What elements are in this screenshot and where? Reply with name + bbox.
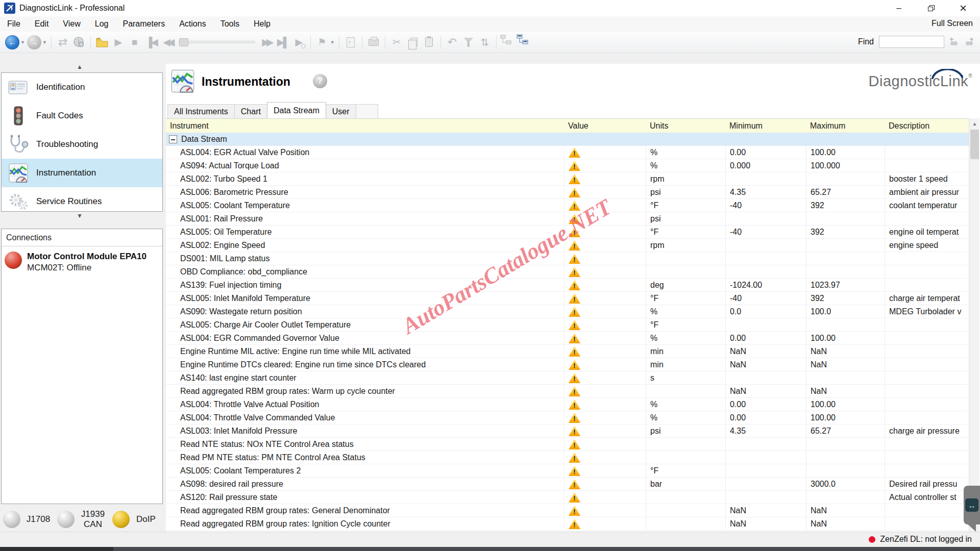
description-cell <box>885 252 967 265</box>
paste-icon[interactable] <box>422 34 437 51</box>
table-row[interactable]: Engine Runtime DTCs cleared: Engine run … <box>166 358 969 371</box>
column-header-description[interactable]: Description <box>885 119 969 133</box>
tab-user[interactable]: User <box>326 104 356 118</box>
table-row[interactable]: AS094: Actual Torque Load!%0.000100.000 <box>166 159 969 172</box>
table-row[interactable]: ASL005: Oil Temperature!°F-40392engine o… <box>166 226 969 239</box>
menu-edit[interactable]: Edit <box>28 17 56 31</box>
vertical-scrollbar[interactable]: ▲ ▼ <box>969 118 979 532</box>
table-row[interactable]: AS140: last engine start counter!s <box>166 371 969 385</box>
table-row[interactable]: ASL002: Engine Speed!rpmengine speed <box>166 239 969 252</box>
table-row[interactable]: ASL004: EGR Actual Valve Position!%0.001… <box>166 146 969 159</box>
table-row[interactable]: Read aggregated RBM group rates: Warm up… <box>166 385 969 398</box>
column-header-units[interactable]: Units <box>646 119 725 133</box>
playback-slider[interactable] <box>179 41 255 43</box>
menu-log[interactable]: Log <box>88 17 116 31</box>
stop-at-time-icon[interactable]: ▶ <box>291 34 307 51</box>
full-screen-button[interactable]: Full Screen <box>932 19 973 28</box>
table-row[interactable]: ASL004: EGR Commanded Governor Value!%0.… <box>166 332 969 345</box>
find-input[interactable] <box>879 36 944 48</box>
table-row[interactable]: Engine Runtime MIL active: Engine run ti… <box>166 345 969 358</box>
table-row[interactable]: AS098: desired rail pressure!bar3000.0De… <box>166 478 969 491</box>
table-row[interactable]: AS139: Fuel injection timing!deg-1024.00… <box>166 279 969 292</box>
scrollbar-thumb[interactable] <box>970 130 979 159</box>
skip-end-icon[interactable]: ▶▌ <box>275 34 290 51</box>
forward-button[interactable]: → <box>27 34 42 51</box>
find-previous-icon[interactable] <box>948 37 960 46</box>
tab-all-instruments[interactable]: All Instruments <box>167 104 235 118</box>
rewind-icon[interactable]: ◀◀ <box>160 34 175 51</box>
nav-scroll-up-icon[interactable]: ▲ <box>77 63 83 70</box>
play-icon[interactable]: ▶ <box>111 34 126 51</box>
menu-help[interactable]: Help <box>247 17 278 31</box>
tree-view-icon[interactable] <box>500 34 516 51</box>
scroll-up-arrow[interactable]: ▲ <box>969 118 980 129</box>
tree-view-colored-icon[interactable] <box>517 34 532 51</box>
column-header-maximum[interactable]: Maximum <box>806 119 885 133</box>
connection-item[interactable]: Motor Control Module EPA10 MCM02T: Offli… <box>2 246 162 278</box>
sidebar-item-service-routines[interactable]: Service Routines <box>2 187 162 212</box>
flag-icon[interactable]: ⚑ <box>314 34 330 51</box>
menu-tools[interactable]: Tools <box>213 17 247 31</box>
table-row[interactable]: ASL004: Throttle Valve Commanded Value!%… <box>166 411 969 424</box>
help-button[interactable]: ? <box>313 74 327 88</box>
minimize-button[interactable]: – <box>884 0 914 16</box>
filter-icon[interactable] <box>461 34 476 51</box>
menu-view[interactable]: View <box>56 17 87 31</box>
table-row[interactable]: ASL005: Coolant Temperatures 2!°F <box>166 464 969 478</box>
table-row[interactable]: AS090: Wastegate return position!%0.0100… <box>166 305 969 318</box>
undo-icon[interactable]: ↶ <box>445 34 460 51</box>
cut-icon[interactable]: ✂ <box>389 34 404 51</box>
table-row[interactable]: Read PM NTE status: PM NTE Control Area … <box>166 451 969 464</box>
column-header-value[interactable]: Value <box>564 119 646 133</box>
flag-dropdown-icon[interactable]: ▼ <box>330 40 335 45</box>
export-icon[interactable] <box>343 34 358 51</box>
table-row[interactable]: ASL003: Inlet Manifold Pressure!psi4.356… <box>166 424 969 438</box>
close-button[interactable]: × <box>948 0 978 16</box>
table-row[interactable]: ASL005: Charge Air Cooler Outlet Tempera… <box>166 318 969 332</box>
table-row[interactable]: Read aggregated RBM group rates: General… <box>166 504 969 517</box>
connect-icon[interactable]: ⇄ <box>55 34 70 51</box>
forward-dropdown-icon[interactable]: ▼ <box>42 40 47 45</box>
table-row[interactable]: DS001: MIL Lamp status! <box>166 252 969 265</box>
flyout-handle[interactable]: ↔ <box>964 486 980 524</box>
sidebar-item-instrumentation[interactable]: Instrumentation <box>2 159 162 187</box>
sidebar-item-fault-codes[interactable]: Fault Codes <box>2 102 162 130</box>
open-log-icon[interactable] <box>94 34 110 51</box>
back-button[interactable]: ← <box>5 34 20 51</box>
table-row[interactable]: ASL006: Barometric Pressure!psi4.3565.27… <box>166 186 969 199</box>
table-row[interactable]: Read aggregated RBM group rates: Ignitio… <box>166 517 969 531</box>
table-row[interactable]: ASL002: Turbo Speed 1!rpmbooster 1 speed <box>166 172 969 186</box>
copy-icon[interactable] <box>405 34 421 51</box>
table-row[interactable]: ASL001: Rail Pressure!psi <box>166 212 969 226</box>
table-row[interactable]: ASL005: Inlet Manifold Temperature!°F-40… <box>166 292 969 305</box>
sidebar-item-troubleshooting[interactable]: Troubleshooting <box>2 130 162 159</box>
maximize-button[interactable] <box>917 0 946 16</box>
sort-icon[interactable]: ⇅ <box>477 34 493 51</box>
menu-actions[interactable]: Actions <box>172 17 213 31</box>
table-row[interactable]: ASL005: Coolant Temperature!°F-40392cool… <box>166 199 969 212</box>
stop-icon[interactable]: ■ <box>127 34 142 51</box>
table-row[interactable]: Read NTE status: NOx NTE Control Area st… <box>166 438 969 451</box>
collapse-expander-icon[interactable] <box>169 135 177 143</box>
print-icon[interactable] <box>366 34 381 51</box>
playback-slider-thumb[interactable] <box>179 38 188 46</box>
tab-data-stream[interactable]: Data Stream <box>267 102 326 118</box>
nav-scroll-down-icon[interactable]: ▼ <box>77 212 83 219</box>
menu-file[interactable]: File <box>0 17 28 31</box>
units-cell: psi <box>646 424 725 438</box>
tab-chart[interactable]: Chart <box>234 104 267 118</box>
warning-icon: ! <box>569 214 580 224</box>
menu-parameters[interactable]: Parameters <box>115 17 172 31</box>
group-row-data-stream[interactable]: Data Stream <box>166 133 969 146</box>
table-row[interactable]: OBD Compliance: obd_compliance! <box>166 265 969 279</box>
find-next-icon[interactable] <box>964 37 975 46</box>
table-row[interactable]: ASL004: Throttle Valve Actual Position!%… <box>166 398 969 411</box>
global-search-icon[interactable] <box>71 34 87 51</box>
column-header-instrument[interactable]: Instrument <box>166 119 564 133</box>
sidebar-item-identification[interactable]: Identification <box>2 73 162 102</box>
table-row[interactable]: AS120: Rail pressure state!Actual contro… <box>166 491 969 504</box>
column-header-minimum[interactable]: Minimum <box>725 119 806 133</box>
skip-start-icon[interactable]: ▐◀ <box>143 34 159 51</box>
back-dropdown-icon[interactable]: ▼ <box>20 40 25 45</box>
fast-forward-icon[interactable]: ▶▶ <box>259 34 274 51</box>
